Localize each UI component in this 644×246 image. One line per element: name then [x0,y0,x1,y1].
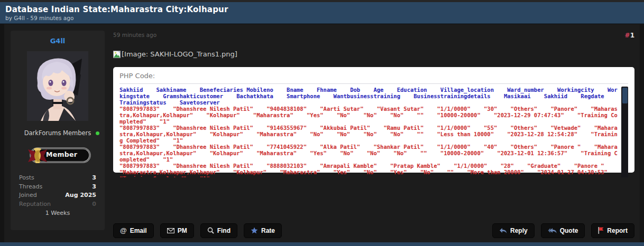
star-icon [251,227,258,234]
quote-button[interactable]: Quote [541,223,585,238]
code-line: "8087997883" "Dhanshree Nilesh Patil" "7… [119,144,620,163]
author-actions: @ Email PM Find [113,223,282,238]
search-icon [207,227,214,234]
stat-joined: Joined Aug 2025 [19,191,96,200]
stat-threads: Threads 3 [19,183,96,192]
code-line: "8087997883" "Dhanshree Nilesh Patil" "9… [119,125,620,144]
broken-image-caption: [Image: SAKHI-LOGO_Trans1.png] [122,50,237,58]
find-button[interactable]: Find [200,223,237,238]
moderation-actions: Reply Quote Report [492,223,634,238]
pm-button[interactable]: PM [160,223,194,238]
thread-title: Database Indian State:Maharastra City:Ko… [5,5,638,14]
stat-reputation: Reputation 0 [19,200,96,209]
post-number-permalink[interactable]: #1 [625,32,634,39]
broken-image-icon [113,51,121,58]
user-group-label: DarkForums Members [24,129,91,137]
report-flag-icon [598,227,604,234]
report-button[interactable]: Report [591,223,634,238]
user-group-row: DarkForums Members [11,127,105,139]
post-actions-row: @ Email PM Find [113,223,634,238]
envelope-icon [167,228,174,233]
avatar-illustration [27,51,88,121]
member-badge-label: Member [46,150,77,158]
code-line: "8087997883" "Dhanshree Nilesh Patil" "8… [119,163,620,177]
post-timestamp: 59 minutes ago [113,32,157,38]
quote-arrows-icon [548,228,557,234]
author-sidebar: G4ll [11,31,105,230]
post-top-row: 59 minutes ago #1 [113,32,634,39]
stat-posts: Posts 3 [19,174,96,183]
rate-button[interactable]: Rate [244,223,282,238]
code-scrollbar-thumb[interactable] [622,88,628,103]
email-at-icon: @ [120,226,127,234]
code-scrollbar[interactable] [621,87,628,177]
php-code-panel: PHP Code: Sakhiid Sakhiname Benefeciarie… [113,67,634,173]
code-content[interactable]: Sakhiid Sakhiname Benefeciaries Mobileno… [119,87,628,177]
thread-byline: by G4ll - 59 minutes ago [5,15,638,21]
bottom-bar [0,242,644,246]
code-panel-title: PHP Code: [119,72,628,84]
post-body: 59 minutes ago #1 [Image: SAKHI-LOGO_Tra… [113,24,634,242]
online-status-icon [96,131,99,135]
username-link[interactable]: G4ll [50,37,66,45]
membership-age: 1 Weeks [19,210,96,216]
email-button[interactable]: @ Email [113,223,154,238]
code-line: "8087997883" "Dhanshree Nilesh Patil" "9… [119,106,620,125]
code-line: Sakhiid Sakhiname Benefeciaries Mobileno… [119,87,620,106]
content-area: G4ll [4,24,640,242]
avatar[interactable] [27,51,88,121]
reply-button[interactable]: Reply [492,223,535,238]
member-badge: Member [23,145,93,165]
broken-image-link[interactable]: [Image: SAKHI-LOGO_Trans1.png] [113,50,634,58]
reply-arrow-icon [499,228,507,234]
thread-header: Database Indian State:Maharastra City:Ko… [0,2,644,24]
user-stats: Posts 3 Threads 3 Joined Aug 2025 Reputa… [11,168,105,216]
